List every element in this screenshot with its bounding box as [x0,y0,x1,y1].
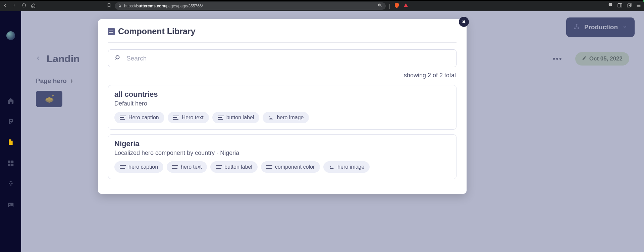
brave-logo-icon[interactable] [403,3,409,9]
field-chip-label: hero caption [128,164,158,170]
svg-rect-5 [8,164,10,166]
tab-add-icon[interactable] [627,3,632,9]
field-chip-label: hero image [337,164,364,170]
component-name: Nigeria [114,139,450,148]
field-chip-label: Hero caption [128,115,159,121]
svg-point-13 [269,116,270,117]
svg-rect-3 [8,161,10,163]
field-chip: Hero caption [114,112,164,123]
svg-rect-6 [11,164,13,166]
app-sidebar [0,11,21,252]
component-name: all countries [114,90,450,99]
close-icon: ✖ [462,19,466,25]
field-chip: hero image [323,161,370,173]
field-chip: button label [210,161,258,173]
workspace: Production Landin ••• Oct 05, 2022 Page … [21,11,644,252]
svg-point-14 [330,166,331,167]
text-field-icon [172,165,178,169]
field-chip: hero image [263,112,309,123]
search-icon [115,55,121,62]
search-input[interactable] [126,55,449,62]
text-field-icon [216,165,222,169]
field-chip: Hero text [168,112,209,123]
field-chip: button label [212,112,260,123]
panel-icon[interactable] [617,3,623,9]
lock-icon [118,3,121,9]
extensions-icon[interactable] [608,3,613,9]
field-chip: hero text [167,161,207,173]
browser-toolbar: https://buttercms.com/pages/page/355766/… [0,1,644,11]
text-field-icon [173,116,179,120]
text-field-icon [266,165,272,169]
field-chip: hero caption [114,161,163,173]
result-count: showing 2 of 2 total [109,72,456,79]
field-chip-label: hero image [277,115,304,121]
collections-icon[interactable] [7,160,14,167]
component-card[interactable]: all countriesDefault heroHero captionHer… [108,85,457,130]
text-field-icon [120,165,126,169]
field-chip-label: component color [275,164,315,170]
components-icon[interactable] [7,180,14,188]
field-chip: component color [261,161,320,173]
text-field-icon [120,116,126,120]
avatar[interactable] [6,31,15,40]
svg-rect-1 [618,4,622,7]
nav-forward-icon [12,3,17,9]
search-field-wrapper[interactable] [108,49,457,67]
nav-home-icon[interactable] [31,3,36,9]
library-icon [108,28,115,35]
pages-icon[interactable] [7,139,14,146]
image-field-icon [268,116,274,120]
nav-reload-icon[interactable] [21,3,26,9]
component-description: Localized hero component by country - Ni… [114,150,450,157]
url-text: https://buttercms.com/pages/page/355766/ [124,4,203,8]
blog-icon[interactable] [7,118,14,125]
close-button[interactable]: ✖ [459,17,469,27]
field-chip-label: hero text [181,164,202,170]
component-description: Default hero [114,100,450,107]
nav-back-icon[interactable] [3,3,7,9]
media-icon[interactable] [7,201,14,209]
component-library-modal: ✖ Component Library showing 2 of 2 total… [98,19,467,194]
menu-icon[interactable] [636,3,641,9]
field-chip-label: Hero text [182,115,204,121]
text-field-icon [218,116,224,120]
zoom-icon[interactable] [378,3,382,9]
url-bar[interactable]: https://buttercms.com/pages/page/355766/ [115,2,386,10]
home-icon[interactable] [7,97,14,104]
field-chip-label: button label [224,164,252,170]
image-field-icon [329,165,335,169]
component-card[interactable]: NigeriaLocalized hero component by count… [108,134,457,179]
brave-shield-icon[interactable]: 5 [394,2,400,10]
bookmark-icon[interactable] [107,3,111,9]
svg-point-8 [9,204,10,205]
modal-title: Component Library [108,27,457,36]
svg-rect-4 [11,161,13,163]
field-chip-label: button label [226,115,254,121]
